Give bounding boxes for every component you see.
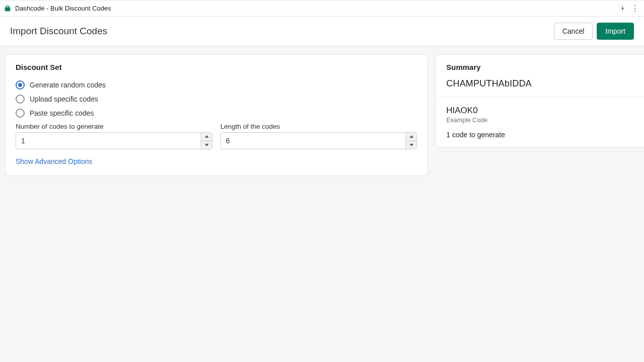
code-length-input-wrap [220,132,417,149]
summary-body-section: HIAOK0 Example Code 1 code to generate [436,98,644,147]
code-length-input[interactable] [221,133,406,149]
generate-count-text: 1 code to generate [446,131,634,139]
discount-set-title: Discount Set [16,63,417,71]
page-header: Import Discount Codes Cancel Import [0,17,644,46]
num-codes-label: Number of codes to generate [16,123,212,130]
pin-icon[interactable] [619,5,626,12]
more-icon[interactable]: ⋮ [631,5,640,13]
discount-set-card: Discount Set Generate random codes Uploa… [5,54,428,176]
num-codes-spinner [201,133,212,149]
code-length-label: Length of the codes [220,123,417,130]
page-title: Import Discount Codes [10,26,107,37]
code-length-field: Length of the codes [220,123,417,149]
summary-title: Summary [446,63,634,71]
radio-icon [16,80,25,89]
radio-icon [16,95,25,104]
app-bar-right: ⋮ [619,5,640,13]
num-codes-field: Number of codes to generate [16,123,212,149]
num-codes-up-button[interactable] [201,133,212,141]
summary-discount-name: CHAMPUTHAbIDDA [446,78,634,89]
app-title: Dashcode - Bulk Discount Codes [15,5,111,12]
code-source-radio-group: Generate random codes Upload specific co… [16,79,417,119]
app-logo-icon [4,5,11,12]
show-advanced-link[interactable]: Show Advanced Options [16,157,93,165]
num-codes-input[interactable] [16,133,201,149]
code-length-up-button[interactable] [406,133,417,141]
summary-card: Summary CHAMPUTHAbIDDA HIAOK0 Example Co… [436,54,644,147]
main-column: Discount Set Generate random codes Uploa… [5,54,428,176]
radio-upload-specific[interactable]: Upload specific codes [16,94,417,105]
cancel-button[interactable]: Cancel [554,23,593,40]
summary-header-section: Summary CHAMPUTHAbIDDA [436,55,644,97]
import-button[interactable]: Import [597,23,634,40]
num-codes-down-button[interactable] [201,141,212,149]
field-row: Number of codes to generate [16,123,417,149]
side-column: Summary CHAMPUTHAbIDDA HIAOK0 Example Co… [436,54,644,176]
app-bar: Dashcode - Bulk Discount Codes ⋮ [0,1,644,17]
example-code-label: Example Code [446,117,634,124]
example-code-value: HIAOK0 [446,106,634,116]
num-codes-input-wrap [16,132,212,149]
radio-label: Generate random codes [30,81,106,89]
code-length-spinner [406,133,417,149]
radio-label: Paste specific codes [30,109,94,117]
header-actions: Cancel Import [554,23,634,40]
svg-rect-1 [6,6,9,8]
radio-icon [16,109,25,118]
radio-generate-random[interactable]: Generate random codes [16,79,417,90]
app-bar-left: Dashcode - Bulk Discount Codes [4,5,111,12]
radio-label: Upload specific codes [30,95,98,103]
content-area: Discount Set Generate random codes Uploa… [0,46,644,184]
code-length-down-button[interactable] [406,141,417,149]
radio-paste-specific[interactable]: Paste specific codes [16,108,417,119]
